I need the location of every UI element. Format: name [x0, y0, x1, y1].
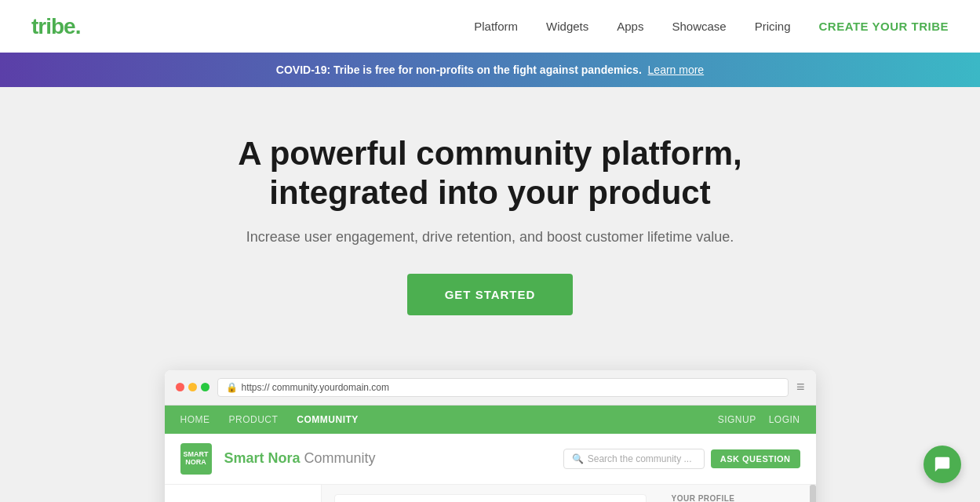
ask-question-button[interactable]: ASK QUESTION [711, 449, 800, 468]
site-nav-community[interactable]: COMMUNITY [297, 414, 359, 425]
chat-bubble-button[interactable] [924, 446, 961, 483]
site-nav-product[interactable]: PRODUCT [229, 414, 279, 425]
navbar: tribe. Platform Widgets Apps Showcase Pr… [0, 0, 980, 53]
site-nav-login[interactable]: LOGIN [769, 414, 800, 425]
announcement-banner: COVID-19: Tribe is free for non-profits … [0, 53, 980, 87]
site-nav-signup[interactable]: SIGNUP [718, 414, 756, 425]
nav-platform[interactable]: Platform [474, 20, 518, 34]
site-body: 🔥 Featured ⚡ New Questions ❓ Unanswered [165, 485, 816, 502]
site-nav-right: SIGNUP LOGIN [718, 414, 800, 425]
logo[interactable]: tribe. [31, 14, 80, 39]
browser-url-bar: 🔒 https:// community.yourdomain.com [217, 378, 789, 397]
site-nav-bar: HOME PRODUCT COMMUNITY SIGNUP LOGIN [165, 406, 816, 434]
nav-cta[interactable]: CREATE YOUR TRIBE [819, 20, 949, 34]
hero-section: A powerful community platform, integrate… [0, 87, 980, 347]
nav-links: Platform Widgets Apps Showcase Pricing C… [474, 20, 949, 34]
site-main: Ask a question for recommendations or ad… [322, 485, 659, 502]
community-header: SMART NORA Smart Nora Community 🔍 Search… [165, 434, 816, 485]
browser-window: 🔒 https:// community.yourdomain.com ≡ HO… [165, 370, 816, 502]
logo-dot: . [75, 14, 81, 38]
profile-label: YOUR PROFILE [672, 494, 803, 502]
sidebar-item-featured[interactable]: 🔥 Featured [177, 497, 308, 502]
lock-icon: 🔒 [226, 382, 238, 393]
banner-link[interactable]: Learn more [648, 64, 705, 76]
site-aside: YOUR PROFILE 40% [659, 485, 816, 502]
community-search: 🔍 Search the community ... ASK QUESTION [563, 449, 800, 469]
site-nav-home[interactable]: HOME [180, 414, 210, 425]
nav-widgets[interactable]: Widgets [546, 20, 588, 34]
dot-green [201, 383, 209, 391]
search-placeholder: Search the community ... [588, 453, 692, 464]
site-sidebar: 🔥 Featured ⚡ New Questions ❓ Unanswered [165, 485, 322, 502]
dot-yellow [188, 383, 197, 391]
chat-icon [934, 456, 951, 473]
get-started-button[interactable]: GET STARTED [407, 274, 574, 315]
ask-placeholder[interactable]: Ask a question for recommendations or ad… [334, 494, 647, 502]
url-text: https:// community.yourdomain.com [242, 382, 390, 393]
logo-text: tribe [31, 14, 75, 38]
hero-headline: A powerful community platform, integrate… [216, 134, 765, 213]
browser-mockup-wrapper: 🔒 https:// community.yourdomain.com ≡ HO… [0, 347, 980, 502]
nav-pricing[interactable]: Pricing [755, 20, 791, 34]
browser-dots [176, 383, 209, 391]
scroll-bar[interactable] [810, 485, 816, 502]
dot-red [176, 383, 184, 391]
community-title: Smart Nora Community [224, 450, 376, 467]
site-nav-left: HOME PRODUCT COMMUNITY [180, 414, 359, 425]
hero-subtext: Increase user engagement, drive retentio… [31, 229, 949, 246]
nav-apps[interactable]: Apps [617, 20, 643, 34]
community-logo: SMART NORA [180, 443, 212, 475]
community-search-box[interactable]: 🔍 Search the community ... [563, 449, 705, 469]
browser-menu-icon: ≡ [796, 379, 805, 395]
search-icon: 🔍 [572, 453, 584, 464]
banner-bold: COVID-19: Tribe is free for non-profits … [276, 64, 642, 76]
scroll-thumb [810, 485, 816, 502]
browser-bar: 🔒 https:// community.yourdomain.com ≡ [165, 370, 816, 406]
nav-showcase[interactable]: Showcase [672, 20, 726, 34]
